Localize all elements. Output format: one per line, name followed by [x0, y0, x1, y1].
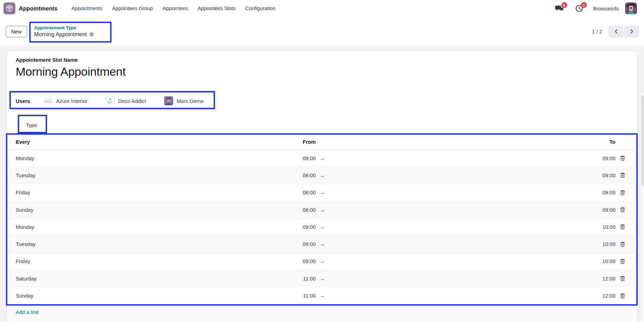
user-avatar[interactable]: [625, 2, 637, 14]
app-icon[interactable]: [3, 2, 15, 14]
messages-button[interactable]: 6: [555, 4, 565, 13]
arrow-right-icon: →: [319, 292, 325, 299]
app-title[interactable]: Appointments: [19, 5, 58, 12]
menu-appointees-slots[interactable]: Appointees Slots: [198, 6, 236, 11]
slot-table-row[interactable]: Sunday 11:00 → 12:00: [7, 287, 637, 304]
cell-to-value[interactable]: 09:00: [584, 189, 615, 195]
breadcrumb-record-name: Morning Appointment: [34, 31, 87, 38]
header-from: From: [282, 139, 316, 145]
user-chip-marc-demo[interactable]: Marc Demo: [164, 96, 204, 105]
arrow-right-icon: →: [319, 224, 325, 230]
cell-to-value[interactable]: 10:00: [584, 258, 615, 264]
slot-table-row[interactable]: Friday 08:00 → 09:00: [7, 184, 637, 201]
deco-logo: A: [109, 98, 111, 101]
pager-previous-button[interactable]: [608, 25, 623, 38]
arrow-right-icon: →: [319, 172, 325, 179]
vertical-scrollbar[interactable]: [641, 93, 644, 322]
deco-addict-avatar: A Deco Addict: [106, 96, 115, 105]
delete-row-button[interactable]: [619, 206, 626, 213]
cell-from-value[interactable]: 08:00: [282, 207, 316, 213]
cell-from-value[interactable]: 09:00: [282, 258, 316, 264]
form-sheet: Appointement Slot Name Morning Appointme…: [6, 51, 638, 322]
cell-from-value[interactable]: 08:00: [282, 172, 316, 178]
cell-every[interactable]: Tuesday: [7, 172, 282, 178]
cell-every[interactable]: Sunday: [7, 293, 282, 299]
menu-appointees[interactable]: Appointees: [162, 6, 188, 11]
cell-from-value[interactable]: 11:00: [282, 276, 316, 282]
cell-from-value[interactable]: 09:00: [282, 241, 316, 247]
delete-row-button[interactable]: [619, 275, 626, 282]
user-name: Azure Interior: [56, 98, 87, 104]
cell-every[interactable]: Friday: [7, 258, 282, 264]
cell-to-value[interactable]: 12:00: [584, 276, 615, 282]
cell-every[interactable]: Monday: [7, 155, 282, 161]
cell-every[interactable]: Monday: [7, 224, 282, 230]
delete-row-button[interactable]: [619, 155, 626, 162]
slots-table-header: Every From To: [7, 134, 637, 150]
slot-table-row[interactable]: Sunday 08:00 → 09:00: [7, 201, 637, 218]
delete-row-button[interactable]: [619, 258, 626, 265]
arrow-right-icon: →: [319, 241, 325, 247]
delete-row-button[interactable]: [619, 241, 626, 248]
slot-table-row[interactable]: Saturday 11:00 → 12:00: [7, 270, 637, 287]
user-chip-deco-addict[interactable]: A Deco Addict Deco Addict: [106, 96, 146, 105]
delete-row-button[interactable]: [619, 223, 626, 230]
cell-every[interactable]: Saturday: [7, 276, 282, 282]
company-name[interactable]: Browseinfo: [593, 6, 619, 12]
cell-to-value[interactable]: 10:00: [584, 241, 615, 247]
activities-badge: 1: [581, 2, 587, 8]
slots-table: Every From To Monday 08:00 → 09:00: [7, 134, 637, 321]
arrow-right-icon: →: [319, 207, 325, 213]
cell-every[interactable]: Friday: [7, 189, 282, 195]
pager: 1 / 2: [592, 25, 639, 38]
scrollbar-thumb[interactable]: [642, 95, 644, 186]
control-panel: New Appointement Type Morning Appointmen…: [0, 17, 644, 46]
new-button[interactable]: New: [6, 26, 27, 37]
delete-row-button[interactable]: [619, 292, 626, 299]
slot-table-row[interactable]: Friday 09:00 → 10:00: [7, 253, 637, 270]
arrow-right-icon: →: [319, 275, 325, 282]
slot-table-row[interactable]: Monday 08:00 → 09:00: [7, 150, 637, 167]
cell-to-value[interactable]: 10:00: [584, 224, 615, 230]
cell-to-value[interactable]: 09:00: [584, 207, 615, 213]
cell-to-value[interactable]: 09:00: [584, 155, 615, 161]
delete-row-button[interactable]: [619, 172, 626, 179]
chevron-right-icon: [630, 29, 634, 34]
pager-next-button[interactable]: [624, 25, 639, 38]
cell-to-value[interactable]: 12:00: [584, 293, 615, 299]
cell-every[interactable]: Tuesday: [7, 241, 282, 247]
header-to: To: [584, 139, 615, 145]
add-a-line-link[interactable]: Add a line: [16, 309, 39, 315]
user-chip-azure-interior[interactable]: azure Azure Interior: [44, 96, 87, 105]
slot-table-row[interactable]: Monday 09:00 → 10:00: [7, 218, 637, 235]
gear-icon[interactable]: ⚙: [89, 32, 94, 37]
breadcrumb-parent-link[interactable]: Appointement Type: [34, 25, 94, 30]
azure-interior-avatar: azure: [44, 96, 53, 105]
arrow-right-icon: →: [319, 189, 325, 196]
menu-appointments[interactable]: Appointments: [71, 6, 102, 11]
header-every: Every: [7, 139, 282, 145]
chevron-left-icon: [614, 29, 618, 34]
azure-logo: azure: [45, 99, 52, 103]
cell-to-value[interactable]: 09:00: [584, 172, 615, 178]
slot-table-row[interactable]: Tuesday 08:00 → 09:00: [7, 167, 637, 184]
cell-from-value[interactable]: 11:00: [282, 293, 316, 299]
slot-name-value[interactable]: Morning Appointment: [16, 64, 628, 80]
slots-table-body: Monday 08:00 → 09:00 Tuesday 08:00 → 09:…: [7, 150, 637, 305]
trash-icon: [620, 259, 625, 264]
delete-row-button[interactable]: [619, 189, 626, 196]
navbar-systray: 6 1 Browseinfo: [555, 2, 637, 14]
cell-from-value[interactable]: 09:00: [282, 224, 316, 230]
cell-from-value[interactable]: 08:00: [282, 189, 316, 195]
slot-name-label: Appointement Slot Name: [16, 57, 628, 64]
activities-button[interactable]: 1: [574, 4, 584, 13]
cell-from-value[interactable]: 08:00: [282, 155, 316, 161]
menu-appointees-group[interactable]: Appointees Group: [112, 6, 153, 11]
slot-table-row[interactable]: Tuesday 09:00 → 10:00: [7, 235, 637, 253]
arrow-right-icon: →: [319, 155, 325, 162]
tab-type[interactable]: Type: [18, 116, 45, 134]
menu-configuration[interactable]: Configuration: [245, 6, 275, 11]
main-menu: Appointments Appointees Group Appointees…: [71, 6, 275, 11]
pager-count: 1 / 2: [592, 29, 602, 35]
cell-every[interactable]: Sunday: [7, 207, 282, 213]
